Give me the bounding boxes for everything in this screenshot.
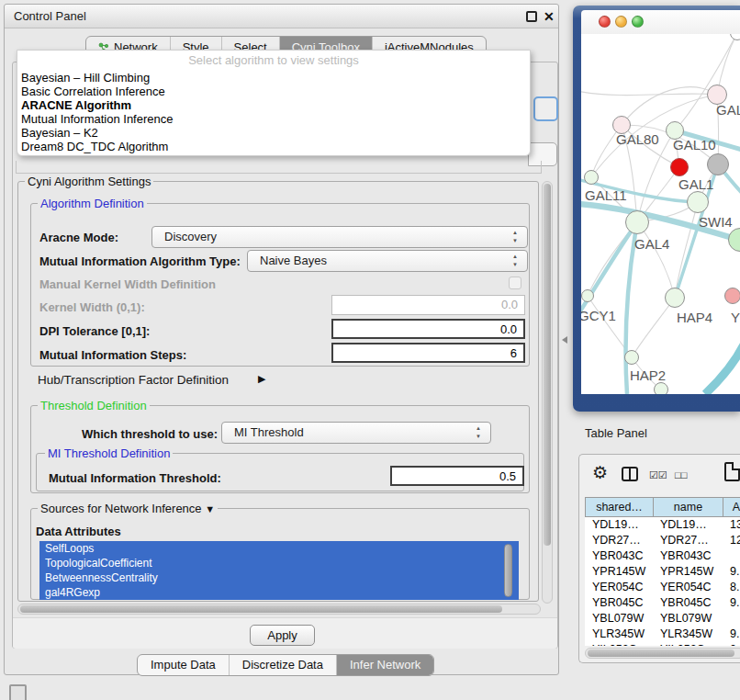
tab-infer-network[interactable]: Infer Network xyxy=(337,655,433,675)
tab-discretize-data[interactable]: Discretize Data xyxy=(230,655,337,675)
split-panel-icon[interactable] xyxy=(622,467,638,481)
cell: YBR045C xyxy=(653,595,723,611)
select-all-columns-icon[interactable]: ☑☑ xyxy=(649,469,667,481)
list-item[interactable]: SelfLoops xyxy=(39,541,519,556)
gear-icon[interactable]: ⚙ xyxy=(592,462,608,483)
table-horizontal-scrollbar[interactable] xyxy=(585,648,740,659)
algorithm-option[interactable]: Bayesian – Hill Climbing xyxy=(21,71,517,85)
settings-horizontal-scrollbar[interactable] xyxy=(17,604,541,615)
group-title: Cyni Algorithm Settings xyxy=(25,175,153,187)
network-node-gcy1[interactable] xyxy=(581,289,594,302)
column-header[interactable]: shared… xyxy=(585,497,653,517)
network-node-swi4[interactable] xyxy=(687,191,709,213)
list-item[interactable]: TopologicalCoefficient xyxy=(39,556,519,570)
kernel-width-input[interactable]: 0.0 xyxy=(331,295,525,315)
group-title: Sources for Network Inference ▼ xyxy=(38,502,218,515)
table-row[interactable]: YBR045C YBR045C 9. xyxy=(585,595,740,611)
hidden-combo-fragment xyxy=(533,96,558,121)
kernel-width-label: Kernel Width (0,1): xyxy=(39,300,145,314)
network-node-gray[interactable] xyxy=(707,153,729,175)
table-row[interactable]: YIL052C YIL052C 0. xyxy=(585,642,740,646)
node-label: SWI4 xyxy=(699,214,733,230)
collapsed-arrow-icon[interactable]: ▶ xyxy=(258,373,265,385)
network-node-gal4[interactable] xyxy=(625,210,649,234)
column-header[interactable]: name xyxy=(653,497,723,517)
stepper-icon: ▲▼ xyxy=(510,229,520,245)
selected-value: MI Threshold xyxy=(234,423,304,443)
cell: 9. xyxy=(723,595,740,611)
cell: YLR345W xyxy=(585,627,653,642)
cell: YBR043C xyxy=(585,548,653,564)
group-title: Threshold Definition xyxy=(38,400,150,412)
settings-vertical-scrollbar[interactable] xyxy=(542,181,553,604)
dpi-tolerance-input[interactable]: 0.0 xyxy=(331,319,525,339)
algorithm-dropdown-popup: Select algorithm to view settings Bayesi… xyxy=(17,50,531,156)
minimized-panel-icon[interactable] xyxy=(9,684,27,700)
export-table-icon[interactable] xyxy=(724,462,740,481)
node-label: GAL4 xyxy=(634,236,669,252)
algorithm-option[interactable]: Bayesian – K2 xyxy=(21,126,517,140)
apply-button[interactable]: Apply xyxy=(250,625,315,646)
table-panel-title: Table Panel xyxy=(585,426,647,440)
deselect-all-columns-icon[interactable]: □□ xyxy=(675,469,687,480)
expanded-arrow-icon[interactable]: ▼ xyxy=(205,503,215,514)
cell: YDL19… xyxy=(585,517,653,533)
network-node[interactable] xyxy=(654,382,668,394)
node-label: GCY1 xyxy=(581,308,616,323)
network-node-pink[interactable] xyxy=(724,288,740,304)
table-row[interactable]: YPR145W YPR145W 9. xyxy=(585,564,740,580)
cell: YER054C xyxy=(653,580,723,595)
which-threshold-select[interactable]: MI Threshold ▲▼ xyxy=(221,422,491,444)
cell: 9. xyxy=(723,564,740,580)
aracne-mode-select[interactable]: Discovery ▲▼ xyxy=(151,226,528,248)
list-scrollbar-thumb[interactable] xyxy=(504,544,512,597)
table-row[interactable]: YBR043C YBR043C xyxy=(585,548,740,564)
table-row[interactable]: YER054C YER054C 8. xyxy=(585,580,740,595)
cell xyxy=(723,548,740,564)
network-node-gal11[interactable] xyxy=(584,170,599,185)
close-traffic-light[interactable] xyxy=(599,16,611,28)
table-row[interactable]: YBL079W YBL079W xyxy=(585,611,740,627)
column-header[interactable]: A xyxy=(723,497,740,517)
node-label: HAP4 xyxy=(677,310,712,325)
cell: 12 xyxy=(723,533,740,548)
table-row[interactable]: YDL19… YDL19… 13 xyxy=(585,517,740,533)
cell: YBR043C xyxy=(653,548,723,564)
network-view-window: GAL GAL80 GAL10 GAL1 GAL11 SWI4 GAL4 GCY… xyxy=(573,6,740,412)
tab-impute-data[interactable]: Impute Data xyxy=(138,655,230,675)
list-item[interactable]: gal4RGexp xyxy=(39,585,519,600)
scrollbar-thumb[interactable] xyxy=(588,649,734,657)
network-node-hap2[interactable] xyxy=(624,350,639,365)
mi-steps-input[interactable]: 6 xyxy=(331,343,525,363)
close-icon[interactable]: ✕ xyxy=(544,8,555,25)
manual-kernel-label: Manual Kernel Width Definition xyxy=(39,277,216,291)
table-row[interactable]: YDR27… YDR27… 12 xyxy=(585,533,740,548)
group-title: Algorithm Definition xyxy=(38,198,147,209)
algorithm-option[interactable]: Mutual Information Inference xyxy=(21,112,517,126)
cell: YIL052C xyxy=(653,642,723,646)
network-node-hap4[interactable] xyxy=(665,288,685,308)
mi-threshold-input[interactable]: 0.5 xyxy=(390,466,524,486)
cell: YPR145W xyxy=(585,564,653,580)
network-canvas[interactable]: GAL GAL80 GAL10 GAL1 GAL11 SWI4 GAL4 GCY… xyxy=(581,34,740,394)
table-row[interactable]: YLR345W YLR345W 9. xyxy=(585,627,740,642)
list-item[interactable]: BetweennessCentrality xyxy=(39,570,519,585)
network-node-selected-red[interactable] xyxy=(670,158,689,176)
zoom-traffic-light[interactable] xyxy=(632,16,644,28)
hub-section-toggle[interactable]: Hub/Transcription Factor Definition xyxy=(38,373,229,387)
float-window-icon[interactable] xyxy=(526,11,537,22)
table-header-row: shared… name A xyxy=(585,497,740,517)
algorithm-option[interactable]: Basic Correlation Inference xyxy=(21,85,517,98)
scrollbar-thumb[interactable] xyxy=(544,184,551,546)
algorithm-option-highlighted[interactable]: ARACNE Algorithm xyxy=(21,98,517,112)
cell: YDR27… xyxy=(585,533,653,548)
manual-kernel-checkbox[interactable] xyxy=(509,277,521,289)
algorithm-option[interactable]: Dream8 DC_TDC Algorithm xyxy=(21,140,517,153)
mi-algorithm-type-select[interactable]: Naive Bayes ▲▼ xyxy=(247,250,528,272)
scrollbar-thumb[interactable] xyxy=(20,605,502,613)
cell: YPR145W xyxy=(653,564,723,580)
minimize-traffic-light[interactable] xyxy=(615,16,627,28)
panel-divider-arrow[interactable] xyxy=(562,336,567,344)
data-attributes-list[interactable]: SelfLoops TopologicalCoefficient Between… xyxy=(39,541,519,600)
cell: YDL19… xyxy=(653,517,723,533)
